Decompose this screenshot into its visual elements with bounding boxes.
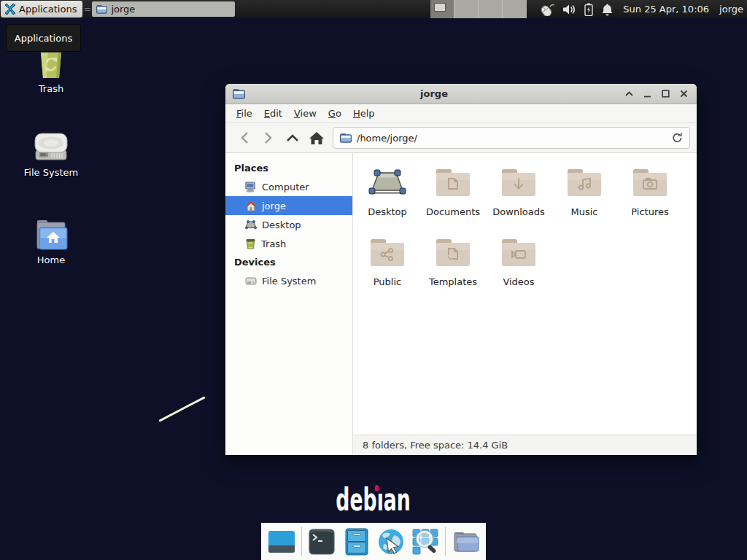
show-desktop-icon xyxy=(268,528,295,556)
file-item-label: Downloads xyxy=(492,206,544,217)
taskbar-window-label: jorge xyxy=(111,4,135,15)
file-item-label: Templates xyxy=(429,276,477,287)
file-item-label: Music xyxy=(571,206,598,217)
file-item-public[interactable]: Public xyxy=(355,232,420,302)
desktop-icon-home[interactable]: Home xyxy=(11,210,91,265)
path-text[interactable]: /home/jorge/ xyxy=(357,133,667,144)
mouse-icon[interactable] xyxy=(537,3,554,16)
minimize-button[interactable] xyxy=(641,88,653,100)
folder-icon xyxy=(96,4,107,14)
folder-icon xyxy=(340,133,352,143)
sidebar-item-desktop[interactable]: Desktop xyxy=(225,215,352,234)
applications-menu-button[interactable]: Applications xyxy=(1,1,82,18)
menubar: File Edit View Go Help xyxy=(225,104,697,123)
home-icon xyxy=(245,201,257,211)
panel-username[interactable]: jorge xyxy=(719,4,743,15)
folder-documents-icon xyxy=(436,168,471,197)
drive-icon xyxy=(245,276,257,286)
computer-icon xyxy=(245,182,257,192)
file-item-documents[interactable]: Documents xyxy=(420,162,486,232)
desktop-icon-label: Home xyxy=(11,254,91,265)
file-item-desktop[interactable]: Desktop xyxy=(355,162,420,232)
dock-terminal[interactable] xyxy=(308,527,336,556)
folder-videos-icon xyxy=(501,238,536,267)
window-title: jorge xyxy=(245,88,623,99)
folder-templates-icon xyxy=(436,238,471,267)
battery-icon[interactable] xyxy=(584,3,593,16)
back-button[interactable] xyxy=(232,127,256,149)
reload-icon[interactable] xyxy=(672,132,683,144)
sidebar-item-label: Computer xyxy=(262,182,309,192)
close-button[interactable] xyxy=(678,88,689,100)
workspace-3[interactable] xyxy=(479,0,503,18)
file-item-label: Pictures xyxy=(631,206,668,217)
sidebar-item-trash[interactable]: Trash xyxy=(225,234,352,253)
maximize-button[interactable] xyxy=(659,88,671,100)
menu-view[interactable]: View xyxy=(288,108,322,119)
file-item-pictures[interactable]: Pictures xyxy=(617,162,683,232)
file-item-downloads[interactable]: Downloads xyxy=(486,162,551,232)
file-item-label: Documents xyxy=(426,206,480,217)
dock-file-cabinet[interactable] xyxy=(342,527,371,556)
dock-separator xyxy=(301,527,302,556)
workspace-4[interactable] xyxy=(503,0,527,18)
file-item-label: Public xyxy=(374,276,401,287)
file-item-videos[interactable]: Videos xyxy=(486,232,551,302)
sidebar-header-places: Places xyxy=(225,159,352,177)
tasklist-handle[interactable] xyxy=(85,3,90,15)
folder-pictures-icon xyxy=(632,168,667,197)
desktop-icon-label: File System xyxy=(11,167,91,178)
desktop-icon xyxy=(245,219,257,230)
statusbar-text: 8 folders, Free space: 14.4 GiB xyxy=(363,440,508,451)
workspace-2[interactable] xyxy=(454,0,479,18)
file-manager-window: jorge File Edit View Go Help xyxy=(225,83,697,456)
web-browser-icon xyxy=(377,528,405,556)
window-titlebar[interactable]: jorge xyxy=(225,84,697,104)
cursor-trail-line xyxy=(158,396,205,422)
file-item-label: Videos xyxy=(503,276,534,287)
panel-clock[interactable]: Sun 25 Apr, 10:06 xyxy=(623,4,709,15)
toolbar: /home/jorge/ xyxy=(225,123,697,153)
path-bar[interactable]: /home/jorge/ xyxy=(333,127,690,149)
dock-web-browser[interactable] xyxy=(376,527,405,556)
menu-help[interactable]: Help xyxy=(347,108,381,119)
sidebar-header-devices: Devices xyxy=(225,253,352,271)
desktop-icon-filesystem[interactable]: File System xyxy=(11,122,91,178)
app-finder-icon xyxy=(411,528,439,556)
file-cabinet-icon xyxy=(344,528,369,556)
sidebar-item-computer[interactable]: Computer xyxy=(225,177,352,196)
workspace-pager[interactable] xyxy=(430,0,527,18)
system-tray xyxy=(537,3,614,16)
sidebar-item-filesystem[interactable]: File System xyxy=(225,271,352,290)
top-panel: Applications jorge xyxy=(0,0,747,18)
applications-menu-label: Applications xyxy=(19,4,77,15)
applications-tooltip: Applications xyxy=(6,24,81,52)
menu-edit[interactable]: Edit xyxy=(258,108,288,119)
wallpaper-debian-logo: debıan xyxy=(0,481,747,518)
forward-button[interactable] xyxy=(256,127,280,149)
dock-show-desktop[interactable] xyxy=(267,527,295,556)
file-item-templates[interactable]: Templates xyxy=(420,232,486,302)
trash-icon xyxy=(245,238,256,249)
dock-file-manager[interactable] xyxy=(452,527,480,556)
shade-button[interactable] xyxy=(623,88,635,100)
window-folder-icon xyxy=(233,88,245,99)
sidebar-item-label: Desktop xyxy=(262,219,301,230)
up-button[interactable] xyxy=(280,127,304,149)
home-button[interactable] xyxy=(304,127,328,149)
file-view[interactable]: Desktop Documents xyxy=(353,153,697,435)
volume-icon[interactable] xyxy=(562,4,576,15)
sidebar-item-jorge[interactable]: jorge xyxy=(225,196,352,215)
dock-app-finder[interactable] xyxy=(411,527,439,556)
taskbar-window-button[interactable]: jorge xyxy=(92,1,235,17)
sidebar-item-label: jorge xyxy=(262,201,286,211)
desktop-icon xyxy=(368,168,407,196)
sidebar: Places Computer jorge xyxy=(225,153,353,455)
notification-bell-icon[interactable] xyxy=(601,3,614,16)
file-item-music[interactable]: Music xyxy=(551,162,617,232)
workspace-1[interactable] xyxy=(430,0,454,18)
file-item-label: Desktop xyxy=(368,206,407,217)
menu-file[interactable]: File xyxy=(231,108,258,119)
menu-go[interactable]: Go xyxy=(322,108,347,119)
sidebar-item-label: Trash xyxy=(261,238,286,249)
